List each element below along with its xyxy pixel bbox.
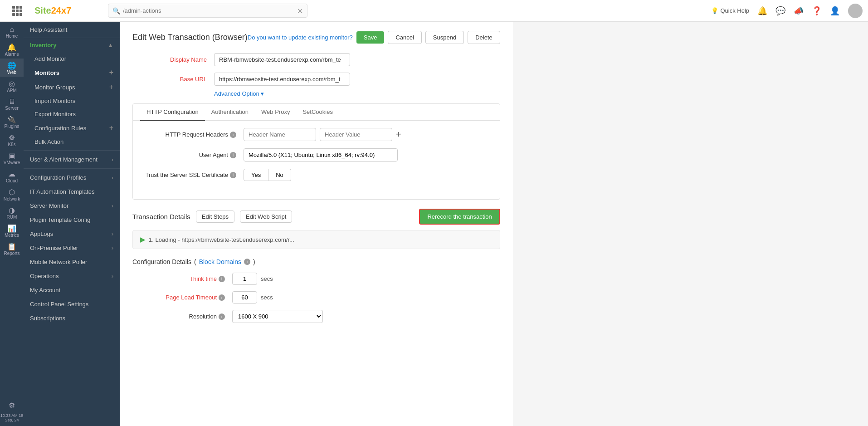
edit-steps-button[interactable]: Edit Steps <box>196 211 234 223</box>
nav-item-monitors[interactable]: Monitors + <box>24 65 120 80</box>
nav-item-operations[interactable]: Operations › <box>24 269 120 283</box>
cancel-button[interactable]: Cancel <box>388 31 421 44</box>
add-header-icon[interactable]: + <box>396 129 401 140</box>
resolution-info-icon[interactable]: i <box>219 313 225 320</box>
nav-item-applogs[interactable]: AppLogs › <box>24 227 120 241</box>
inventory-section[interactable]: Inventory ▲ <box>24 38 120 52</box>
page-load-label: Page Load Timeout i <box>132 294 232 301</box>
nav-item-bulk-action[interactable]: Bulk Action <box>24 135 120 148</box>
icon-sidebar-item-alarms[interactable]: 🔔 Alarms <box>0 40 24 59</box>
base-url-label: Base URL <box>132 76 214 83</box>
base-url-row: Base URL <box>132 73 500 86</box>
logo[interactable]: Site24x7 <box>34 5 102 16</box>
resolution-select[interactable]: 1600 X 900 1280 X 1024 1024 X 768 800 X … <box>232 310 323 323</box>
icon-sidebar-item-vmware[interactable]: ▣ VMware <box>0 149 24 167</box>
icon-sidebar-item-home[interactable]: ⌂ Home <box>0 22 24 40</box>
delete-button[interactable]: Delete <box>468 31 500 44</box>
advanced-option[interactable]: Advanced Option ▾ <box>214 90 500 97</box>
icon-sidebar-item-server[interactable]: 🖥 Server <box>0 95 24 113</box>
icon-sidebar-item-cloud[interactable]: ☁ Cloud <box>0 167 24 185</box>
user-agent-label: User Agent i <box>144 152 244 158</box>
ssl-yes-button[interactable]: Yes <box>244 169 268 181</box>
nav-item-config-rules[interactable]: Configuration Rules + <box>24 121 120 135</box>
icon-sidebar-item-k8s[interactable]: ☸ K8s <box>0 131 24 149</box>
think-time-input[interactable] <box>232 273 257 285</box>
icon-sidebar-item-settings[interactable]: ⚙ <box>0 397 24 411</box>
config-section: HTTP Configuration Authentication Web Pr… <box>132 103 500 200</box>
ssl-info-icon[interactable]: i <box>230 172 236 178</box>
think-time-row: Think time i secs <box>132 273 500 285</box>
user-agent-input[interactable] <box>244 148 398 162</box>
icon-sidebar-item-rum[interactable]: ◑ RUM <box>0 203 24 221</box>
header-name-input[interactable] <box>244 128 316 141</box>
search-bar[interactable]: 🔍 ✕ <box>108 4 307 18</box>
help-assistant-item[interactable]: Help Assistant <box>24 22 120 38</box>
http-headers-row: HTTP Request Headers i + <box>144 128 489 141</box>
block-domains-info-icon[interactable]: i <box>244 259 250 265</box>
icon-sidebar-item-web[interactable]: 🌐 Web <box>0 59 24 77</box>
nav-item-my-account[interactable]: My Account <box>24 283 120 297</box>
avatar[interactable] <box>848 4 863 18</box>
nav-item-control-panel[interactable]: Control Panel Settings <box>24 297 120 311</box>
nav-item-config-profiles[interactable]: Configuration Profiles › <box>24 171 120 185</box>
header-value-input[interactable] <box>320 128 392 141</box>
nav-item-export-monitors[interactable]: Export Monitors <box>24 108 120 121</box>
user-agent-info-icon[interactable]: i <box>230 152 236 158</box>
tab-web-proxy[interactable]: Web Proxy <box>255 104 296 121</box>
search-input[interactable] <box>108 4 307 18</box>
step-1-label: 1. Loading - https://rbmwebsite-test.end… <box>149 236 294 243</box>
quick-help-link[interactable]: 💡 Quick Help <box>711 7 749 14</box>
save-button[interactable]: Save <box>356 31 385 44</box>
tab-authentication[interactable]: Authentication <box>205 104 255 121</box>
nav-item-mobile-network[interactable]: Mobile Network Poller <box>24 255 120 269</box>
ssl-label: Trust the Server SSL Certificate i <box>144 171 244 178</box>
think-time-info-icon[interactable]: i <box>219 276 225 282</box>
nav-item-plugin-template[interactable]: Plugin Template Config <box>24 213 120 227</box>
tab-set-cookies[interactable]: SetCookies <box>296 104 339 121</box>
timestamp: 10:33 AM 18 Sep, 24 <box>0 411 24 426</box>
icon-sidebar-item-metrics[interactable]: 📊 Metrics <box>0 221 24 240</box>
resolution-row: Resolution i 1600 X 900 1280 X 1024 1024… <box>132 310 500 323</box>
user-24-icon[interactable]: 👤 <box>830 6 840 16</box>
messages-icon[interactable]: 💬 <box>775 6 785 16</box>
tab-http-config[interactable]: HTTP Configuration <box>140 104 205 121</box>
nav-item-add-monitor[interactable]: Add Monitor <box>24 52 120 65</box>
rerecord-button[interactable]: Rerecord the transaction <box>419 209 500 225</box>
search-clear-icon[interactable]: ✕ <box>297 6 303 15</box>
transaction-section: Transaction Details Edit Steps Edit Web … <box>132 209 500 249</box>
notifications-icon[interactable]: 🔔 <box>757 6 767 16</box>
page-load-unit: secs <box>261 294 273 301</box>
nav-item-on-premise[interactable]: On-Premise Poller › <box>24 241 120 255</box>
icon-sidebar-item-apm[interactable]: ◎ APM <box>0 77 24 95</box>
config-details-title: Configuration Details ( Block Domains i … <box>132 258 500 265</box>
nav-item-monitor-groups[interactable]: Monitor Groups + <box>24 80 120 94</box>
http-config-content: HTTP Request Headers i + User Agent i <box>133 121 500 192</box>
menu-icon[interactable] <box>5 6 29 16</box>
think-time-unit: secs <box>261 275 273 282</box>
display-name-input[interactable] <box>214 53 350 66</box>
display-name-label: Display Name <box>132 56 214 63</box>
base-url-input[interactable] <box>214 73 350 86</box>
icon-sidebar-item-network[interactable]: ⬡ Network <box>0 185 24 203</box>
nav-item-user-alert[interactable]: User & Alert Management › <box>24 152 120 166</box>
edit-web-script-button[interactable]: Edit Web Script <box>240 211 292 223</box>
page-load-input[interactable] <box>232 291 257 304</box>
page-load-row: Page Load Timeout i secs <box>132 291 500 304</box>
nav-item-subscriptions[interactable]: Subscriptions <box>24 311 120 325</box>
http-headers-inputs: + <box>244 128 401 141</box>
http-headers-info-icon[interactable]: i <box>230 132 236 138</box>
help-circle-icon[interactable]: ❓ <box>812 6 822 16</box>
page-load-info-icon[interactable]: i <box>219 294 225 301</box>
nav-item-import-monitors[interactable]: Import Monitors <box>24 94 120 108</box>
ssl-toggle: Yes No <box>244 169 291 181</box>
step-1-row[interactable]: ▶ 1. Loading - https://rbmwebsite-test.e… <box>132 230 500 249</box>
nav-item-it-automation[interactable]: IT Automation Templates <box>24 185 120 199</box>
block-domains-link[interactable]: Block Domains <box>199 258 241 265</box>
user-agent-row: User Agent i <box>144 148 489 162</box>
megaphone-icon[interactable]: 📣 <box>794 6 804 16</box>
icon-sidebar-item-reports[interactable]: 📋 Reports <box>0 240 24 258</box>
suspend-button[interactable]: Suspend <box>425 31 464 44</box>
ssl-no-button[interactable]: No <box>268 169 291 181</box>
icon-sidebar-item-plugins[interactable]: 🔌 Plugins <box>0 113 24 131</box>
nav-item-server-monitor[interactable]: Server Monitor › <box>24 199 120 213</box>
